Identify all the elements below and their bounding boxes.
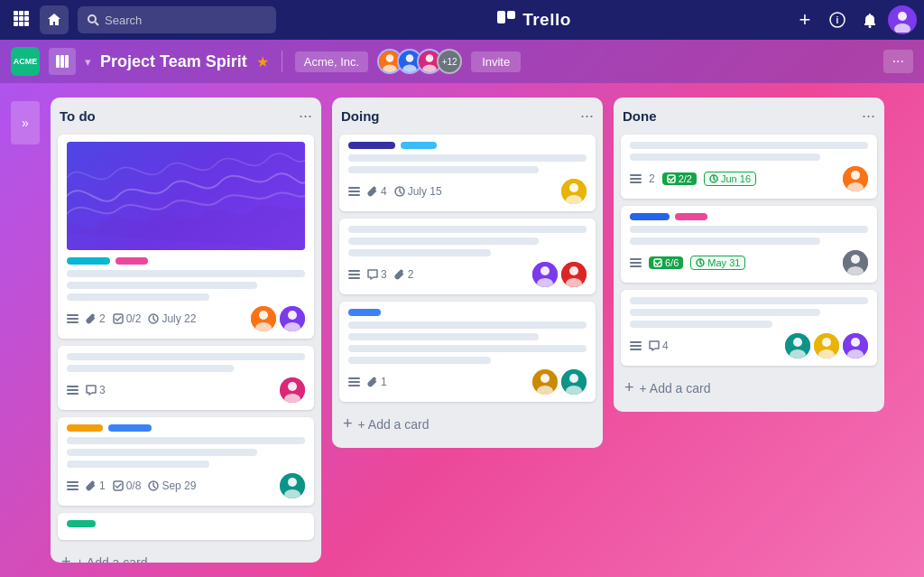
attachment-count: 4 bbox=[367, 185, 387, 198]
svg-rect-59 bbox=[348, 194, 360, 196]
date-meta: July 15 bbox=[394, 185, 442, 198]
star-button[interactable]: ★ bbox=[256, 53, 269, 70]
svg-rect-64 bbox=[348, 270, 360, 272]
checklist-meta: 0/2 bbox=[113, 312, 142, 325]
date-meta: July 22 bbox=[148, 312, 196, 325]
card-content bbox=[348, 154, 587, 173]
checklist-badge: 6/6 bbox=[649, 256, 683, 269]
card-meta: 3 2 bbox=[348, 262, 587, 287]
card-content bbox=[630, 142, 868, 161]
card-avatar-2 bbox=[814, 333, 839, 358]
search-label: Search bbox=[105, 14, 142, 27]
card-avatars bbox=[561, 179, 587, 204]
divider bbox=[282, 51, 282, 72]
svg-rect-51 bbox=[67, 489, 79, 490]
svg-point-27 bbox=[402, 64, 416, 73]
card-avatar-3 bbox=[843, 333, 868, 358]
add-icon: + bbox=[343, 414, 353, 433]
board-view-button[interactable] bbox=[49, 48, 76, 75]
column-menu-done[interactable]: ··· bbox=[862, 107, 875, 126]
card-avatars bbox=[280, 377, 305, 403]
card-done-1[interactable]: 2 2/2 Jun 16 bbox=[621, 135, 877, 199]
svg-rect-57 bbox=[348, 187, 360, 189]
acme-label: ACME bbox=[14, 57, 38, 66]
user-avatar-nav[interactable] bbox=[888, 5, 917, 34]
card-todo-2[interactable]: 3 bbox=[58, 346, 314, 410]
column-title-todo: To do bbox=[60, 108, 96, 124]
text-line bbox=[67, 353, 305, 360]
card-meta: 2 0/2 July 22 bbox=[67, 306, 305, 331]
column-todo: To do ··· bbox=[51, 98, 321, 563]
column-title-doing: Doing bbox=[341, 108, 380, 124]
card-doing-1[interactable]: 4 July 15 bbox=[339, 135, 596, 211]
svg-rect-4 bbox=[19, 16, 23, 21]
svg-rect-19 bbox=[56, 55, 60, 68]
add-card-label: + Add a card bbox=[77, 555, 148, 563]
text-line bbox=[67, 461, 209, 468]
svg-rect-2 bbox=[24, 11, 29, 15]
sidebar-toggle[interactable]: » bbox=[11, 101, 40, 144]
card-todo-3[interactable]: 1 0/8 Sep 29 bbox=[58, 417, 314, 506]
svg-rect-6 bbox=[14, 22, 18, 26]
svg-rect-83 bbox=[630, 178, 642, 180]
svg-point-9 bbox=[88, 15, 96, 23]
text-line bbox=[630, 309, 820, 316]
card-avatar bbox=[280, 377, 305, 403]
card-todo-1[interactable]: 2 0/2 July 22 bbox=[58, 135, 314, 339]
list-icon bbox=[67, 480, 79, 492]
comment-count: 3 bbox=[367, 268, 387, 281]
card-content bbox=[630, 226, 868, 245]
checklist-val: 0/2 bbox=[126, 312, 142, 325]
card-todo-4[interactable] bbox=[58, 513, 314, 540]
card-done-3[interactable]: 4 bbox=[621, 290, 877, 366]
svg-rect-11 bbox=[497, 11, 505, 23]
svg-rect-98 bbox=[630, 341, 642, 343]
column-menu-todo[interactable]: ··· bbox=[299, 107, 312, 126]
svg-point-47 bbox=[288, 382, 297, 391]
text-line bbox=[67, 437, 305, 444]
card-avatars bbox=[532, 262, 587, 287]
acme-logo[interactable]: ACME bbox=[11, 47, 40, 76]
members-group: +12 bbox=[377, 49, 462, 74]
trello-name: Trello bbox=[522, 10, 571, 30]
date-val: July 22 bbox=[162, 312, 196, 325]
add-card-done[interactable]: + + Add a card bbox=[621, 373, 877, 403]
add-button[interactable]: + bbox=[790, 5, 819, 34]
date-meta: Sep 29 bbox=[148, 479, 196, 492]
card-meta: 1 0/8 Sep 29 bbox=[67, 473, 305, 498]
home-button[interactable] bbox=[40, 5, 69, 34]
card-avatar-1 bbox=[251, 306, 276, 331]
notification-button[interactable] bbox=[855, 5, 884, 34]
card-doing-2[interactable]: 3 2 bbox=[339, 219, 596, 294]
add-card-label: + Add a card bbox=[358, 417, 430, 432]
members-overflow[interactable]: +12 bbox=[437, 49, 462, 74]
svg-point-80 bbox=[569, 374, 578, 383]
board-view-dropdown[interactable]: ▾ bbox=[85, 55, 91, 69]
more-button[interactable]: ··· bbox=[883, 50, 913, 73]
text-line bbox=[630, 321, 772, 328]
info-button[interactable]: i bbox=[823, 5, 852, 34]
invite-button[interactable]: Invite bbox=[471, 51, 521, 72]
card-doing-3[interactable]: 1 bbox=[339, 302, 596, 402]
search-bar[interactable]: Search bbox=[78, 6, 276, 33]
svg-rect-20 bbox=[60, 55, 64, 68]
grid-icon[interactable] bbox=[7, 6, 34, 34]
team-button[interactable]: Acme, Inc. bbox=[295, 51, 368, 72]
svg-rect-100 bbox=[630, 349, 642, 350]
card-avatar-2 bbox=[561, 369, 587, 395]
tag-pink2 bbox=[675, 213, 707, 220]
column-menu-doing[interactable]: ··· bbox=[580, 107, 594, 126]
card-done-2[interactable]: 6/6 May 31 bbox=[621, 206, 877, 283]
svg-rect-91 bbox=[630, 262, 642, 264]
svg-rect-73 bbox=[348, 377, 360, 379]
add-card-doing[interactable]: + + Add a card bbox=[339, 409, 596, 439]
count-val: 2 bbox=[649, 172, 655, 185]
svg-rect-1 bbox=[19, 11, 23, 15]
text-line bbox=[348, 345, 587, 352]
card-tags bbox=[348, 309, 587, 316]
card-content bbox=[67, 353, 305, 372]
add-card-todo[interactable]: + + Add a card bbox=[58, 547, 314, 563]
comment-num: 4 bbox=[662, 340, 669, 352]
svg-point-62 bbox=[569, 183, 578, 192]
attachment-num: 1 bbox=[99, 479, 106, 492]
